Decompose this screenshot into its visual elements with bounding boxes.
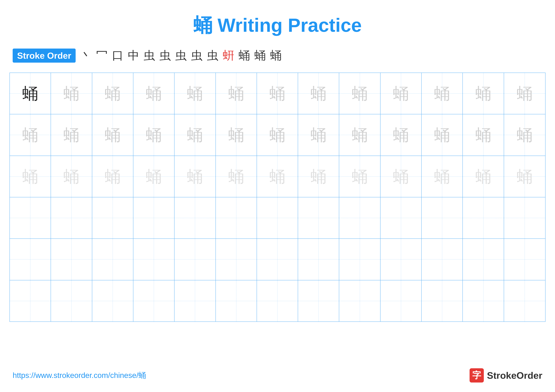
- grid-cell-1-8[interactable]: 蛹: [298, 73, 339, 114]
- grid-cell-6-13[interactable]: [504, 280, 545, 321]
- grid-cell-4-2[interactable]: [51, 197, 92, 238]
- grid-cell-4-12[interactable]: [463, 197, 504, 238]
- grid-cell-2-11[interactable]: 蛹: [422, 114, 463, 156]
- grid-cell-2-7[interactable]: 蛹: [257, 114, 298, 156]
- grid-cell-6-12[interactable]: [463, 280, 504, 321]
- grid-cell-5-4[interactable]: [133, 239, 175, 280]
- logo-icon: 字: [470, 368, 484, 383]
- grid-cell-3-7[interactable]: 蛹: [257, 156, 298, 197]
- grid-cell-3-2[interactable]: 蛹: [51, 156, 92, 197]
- grid-cell-2-3[interactable]: 蛹: [92, 114, 133, 156]
- grid-cell-2-8[interactable]: 蛹: [298, 114, 339, 156]
- grid-cell-5-6[interactable]: [216, 239, 257, 280]
- stroke-step-1: 丶: [80, 48, 92, 63]
- grid-cell-1-3[interactable]: 蛹: [92, 73, 133, 114]
- grid-cell-1-13[interactable]: 蛹: [504, 73, 545, 114]
- grid-cell-1-1[interactable]: 蛹: [10, 73, 51, 114]
- grid-cell-3-13[interactable]: 蛹: [504, 156, 545, 197]
- grid-cell-6-10[interactable]: [380, 280, 422, 321]
- grid-cell-5-5[interactable]: [175, 239, 216, 280]
- grid-cell-5-12[interactable]: [463, 239, 504, 280]
- grid-cell-2-13[interactable]: 蛹: [504, 114, 545, 156]
- grid-cell-2-5[interactable]: 蛹: [175, 114, 216, 156]
- grid-cell-3-4[interactable]: 蛹: [133, 156, 175, 197]
- grid-cell-3-5[interactable]: 蛹: [175, 156, 216, 197]
- char-dark: 蛹: [22, 86, 38, 101]
- grid-cell-6-4[interactable]: [133, 280, 175, 321]
- grid-cell-2-9[interactable]: 蛹: [339, 114, 380, 156]
- grid-cell-4-11[interactable]: [422, 197, 463, 238]
- stroke-step-5: 虫: [144, 48, 155, 63]
- grid-cell-6-5[interactable]: [175, 280, 216, 321]
- stroke-step-10: 蚈: [223, 48, 234, 63]
- grid-cell-2-10[interactable]: 蛹: [380, 114, 422, 156]
- grid-cell-1-9[interactable]: 蛹: [339, 73, 380, 114]
- grid-cell-6-3[interactable]: [92, 280, 133, 321]
- grid-cell-5-2[interactable]: [51, 239, 92, 280]
- grid-cell-2-12[interactable]: 蛹: [463, 114, 504, 156]
- grid-cell-5-8[interactable]: [298, 239, 339, 280]
- grid-cell-5-11[interactable]: [422, 239, 463, 280]
- grid-cell-5-10[interactable]: [380, 239, 422, 280]
- grid-cell-4-8[interactable]: [298, 197, 339, 238]
- grid-cell-4-9[interactable]: [339, 197, 380, 238]
- grid-cell-2-4[interactable]: 蛹: [133, 114, 175, 156]
- footer-logo: 字 StrokeOrder: [470, 368, 542, 383]
- grid-cell-2-2[interactable]: 蛹: [51, 114, 92, 156]
- grid-cell-5-3[interactable]: [92, 239, 133, 280]
- grid-cell-6-2[interactable]: [51, 280, 92, 321]
- grid-cell-4-1[interactable]: [10, 197, 51, 238]
- grid-cell-1-4[interactable]: 蛹: [133, 73, 175, 114]
- grid-cell-6-6[interactable]: [216, 280, 257, 321]
- stroke-step-13: 蛹: [270, 48, 282, 63]
- grid-cell-3-11[interactable]: 蛹: [422, 156, 463, 197]
- grid-cell-4-10[interactable]: [380, 197, 422, 238]
- grid-cell-3-12[interactable]: 蛹: [463, 156, 504, 197]
- grid-cell-4-4[interactable]: [133, 197, 175, 238]
- grid-row-4: [10, 197, 545, 239]
- grid-row-5: [10, 239, 545, 280]
- grid-row-6: [10, 280, 545, 321]
- grid-cell-6-8[interactable]: [298, 280, 339, 321]
- grid-cell-1-7[interactable]: 蛹: [257, 73, 298, 114]
- stroke-steps: 丶 冖 口 中 虫 虫 虫 虫 虫 蚈 蛹 蛹 蛹: [80, 48, 282, 63]
- grid-cell-1-6[interactable]: 蛹: [216, 73, 257, 114]
- grid-cell-1-5[interactable]: 蛹: [175, 73, 216, 114]
- grid-cell-1-2[interactable]: 蛹: [51, 73, 92, 114]
- grid-cell-1-10[interactable]: 蛹: [380, 73, 422, 114]
- grid-cell-6-7[interactable]: [257, 280, 298, 321]
- grid-cell-3-9[interactable]: 蛹: [339, 156, 380, 197]
- grid-cell-3-1[interactable]: 蛹: [10, 156, 51, 197]
- grid-cell-1-12[interactable]: 蛹: [463, 73, 504, 114]
- stroke-step-4: 中: [128, 48, 139, 63]
- grid-cell-4-3[interactable]: [92, 197, 133, 238]
- grid-cell-5-13[interactable]: [504, 239, 545, 280]
- grid-cell-3-8[interactable]: 蛹: [298, 156, 339, 197]
- grid-row-2: 蛹 蛹 蛹 蛹 蛹 蛹 蛹 蛹 蛹 蛹 蛹 蛹 蛹: [10, 114, 545, 156]
- grid-cell-4-6[interactable]: [216, 197, 257, 238]
- grid-cell-6-1[interactable]: [10, 280, 51, 321]
- grid-cell-6-11[interactable]: [422, 280, 463, 321]
- grid-cell-4-13[interactable]: [504, 197, 545, 238]
- grid-cell-5-1[interactable]: [10, 239, 51, 280]
- grid-row-1: 蛹 蛹 蛹 蛹 蛹 蛹 蛹 蛹 蛹 蛹 蛹 蛹 蛹: [10, 73, 545, 114]
- grid-cell-4-5[interactable]: [175, 197, 216, 238]
- practice-grid: 蛹 蛹 蛹 蛹 蛹 蛹 蛹 蛹 蛹 蛹 蛹 蛹 蛹 蛹 蛹 蛹 蛹 蛹 蛹 蛹 …: [9, 73, 546, 322]
- grid-cell-6-9[interactable]: [339, 280, 380, 321]
- stroke-step-9: 虫: [207, 48, 218, 63]
- grid-cell-5-7[interactable]: [257, 239, 298, 280]
- stroke-step-6: 虫: [160, 48, 171, 63]
- grid-cell-3-3[interactable]: 蛹: [92, 156, 133, 197]
- grid-cell-5-9[interactable]: [339, 239, 380, 280]
- grid-cell-1-11[interactable]: 蛹: [422, 73, 463, 114]
- grid-cell-3-6[interactable]: 蛹: [216, 156, 257, 197]
- grid-cell-4-7[interactable]: [257, 197, 298, 238]
- grid-cell-2-1[interactable]: 蛹: [10, 114, 51, 156]
- page-title: 蛹 Writing Practice: [0, 0, 555, 45]
- grid-row-3: 蛹 蛹 蛹 蛹 蛹 蛹 蛹 蛹 蛹 蛹 蛹 蛹 蛹: [10, 156, 545, 197]
- grid-cell-2-6[interactable]: 蛹: [216, 114, 257, 156]
- footer-url[interactable]: https://www.strokeorder.com/chinese/蛹: [13, 370, 146, 380]
- stroke-step-3: 口: [112, 48, 124, 63]
- stroke-step-2: 冖: [96, 48, 108, 63]
- grid-cell-3-10[interactable]: 蛹: [380, 156, 422, 197]
